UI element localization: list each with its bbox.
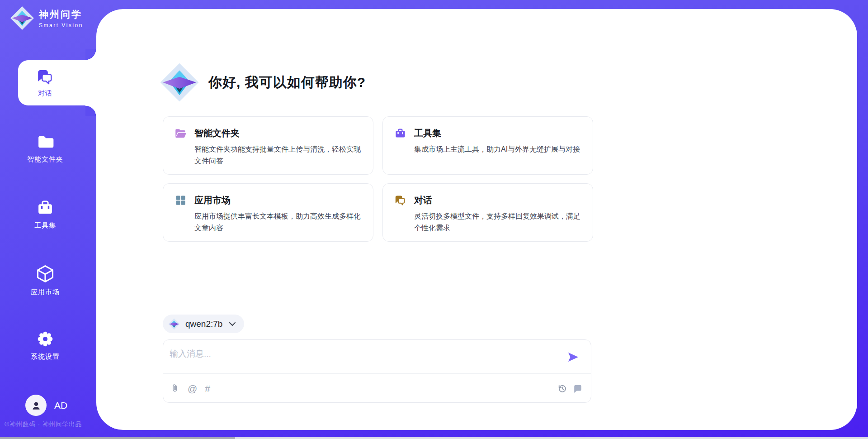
gem-logo-icon (160, 62, 199, 102)
sidebar-item-label: 系统设置 (31, 353, 60, 361)
mention-icon[interactable]: @ (188, 384, 197, 393)
sidebar-item-label: 对话 (38, 89, 52, 98)
message-input[interactable] (170, 345, 554, 363)
card-smart-folders[interactable]: 智能文件夹 智能文件夹功能支持批量文件上传与清洗，轻松实现文件问答 (163, 116, 373, 175)
gem-logo-icon (10, 6, 34, 30)
gem-logo-icon (168, 318, 180, 330)
user-name: AD (54, 400, 67, 411)
card-description: 集成市场上主流工具，助力AI与外界无缝扩展与对接 (414, 143, 581, 155)
sidebar-item-tools[interactable]: 工具集 (0, 198, 90, 230)
card-description: 灵活切换多模型文件，支持多样回复效果调试，满足个性化需求 (414, 210, 581, 234)
folder-icon (36, 132, 55, 151)
card-chat[interactable]: 对话 灵活切换多模型文件，支持多样回复效果调试，满足个性化需求 (382, 183, 593, 242)
gear-icon (36, 329, 55, 348)
toolbox-icon (394, 127, 406, 139)
chat-bubble-icon[interactable] (573, 383, 583, 394)
sidebar-item-market[interactable]: 应用市场 (0, 264, 90, 296)
folder-open-icon (175, 127, 187, 139)
chat-icon (36, 68, 54, 86)
app-window: 神州问学 Smart Vision 对话 智能文件夹 (0, 0, 868, 439)
sidebar-item-settings[interactable]: 系统设置 (0, 329, 90, 361)
horizontal-scrollbar[interactable] (0, 437, 868, 439)
card-description: 智能文件夹功能支持批量文件上传与清洗，轻松实现文件问答 (194, 143, 361, 167)
brand-subtitle: Smart Vision (39, 22, 83, 29)
send-icon[interactable] (567, 351, 580, 363)
feature-cards: 智能文件夹 智能文件夹功能支持批量文件上传与清洗，轻松实现文件问答 工具集 集成… (163, 116, 593, 242)
user-avatar-icon (30, 400, 42, 411)
sidebar-item-folders[interactable]: 智能文件夹 (0, 132, 90, 164)
sidebar-item-label: 工具集 (34, 221, 56, 230)
composer-divider (163, 373, 591, 374)
card-description: 应用市场提供丰富长文本模板，助力高效生成多样化文章内容 (194, 210, 361, 234)
attach-icon[interactable] (170, 383, 180, 393)
brand-name: 神州问学 (39, 8, 83, 21)
grid-icon (175, 194, 187, 206)
avatar (25, 395, 47, 416)
tab-fillet-bottom (85, 105, 97, 116)
model-selector[interactable]: qwen2:7b (163, 315, 244, 333)
topic-icon[interactable]: # (205, 384, 210, 393)
history-icon[interactable] (557, 384, 567, 393)
card-title: 智能文件夹 (194, 127, 240, 139)
card-app-market[interactable]: 应用市场 应用市场提供丰富长文本模板，助力高效生成多样化文章内容 (163, 183, 373, 242)
scrollbar-thumb[interactable] (0, 437, 235, 439)
chat-icon (394, 194, 406, 206)
brand-logo-row: 神州问学 Smart Vision (10, 6, 83, 30)
card-toolset[interactable]: 工具集 集成市场上主流工具，助力AI与外界无缝扩展与对接 (382, 116, 593, 175)
message-composer: @ # (163, 339, 591, 403)
user-profile[interactable]: AD (25, 395, 67, 416)
copyright-text: ©神州数码 · 神州问学出品 (5, 420, 82, 429)
sidebar-item-label: 智能文件夹 (27, 155, 63, 164)
card-title: 工具集 (414, 127, 441, 139)
sidebar-item-label: 应用市场 (31, 288, 60, 296)
page-title: 你好, 我可以如何帮助你? (208, 73, 366, 92)
sidebar-item-chat[interactable]: 对话 (18, 60, 97, 105)
model-name: qwen2:7b (185, 319, 222, 329)
card-title: 应用市场 (194, 194, 231, 206)
card-title: 对话 (414, 194, 432, 206)
tab-fillet-top (85, 49, 97, 60)
chevron-down-icon (228, 320, 237, 329)
cube-icon (35, 264, 55, 284)
toolbox-icon (36, 198, 55, 217)
greeting-row: 你好, 我可以如何帮助你? (160, 62, 366, 102)
